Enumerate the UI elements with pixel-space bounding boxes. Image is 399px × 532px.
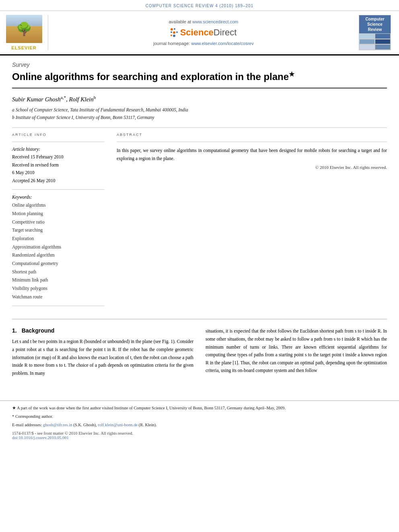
dot1: [171, 28, 173, 31]
footnote-star: ★ A part of the work was done when the f…: [12, 405, 387, 412]
keywords-divider: [12, 306, 105, 306]
elsevier-label: ELSEVIER: [11, 45, 36, 50]
abstract-top-divider: [117, 142, 387, 142]
affiliation-divider: [12, 127, 387, 128]
keyword-item: Randomized algorithm: [12, 251, 105, 259]
body-section-1: 1.Background Let s and t be two points i…: [12, 327, 387, 380]
dot7: [173, 35, 175, 37]
journal-banner: 🌳 ELSEVIER available at www.sciencedirec…: [0, 11, 399, 55]
keywords-heading: Keywords:: [12, 195, 105, 199]
keyword-item: Minimum link path: [12, 276, 105, 284]
keyword-item: Computational geometry: [12, 259, 105, 268]
author-b-super: b: [94, 95, 96, 100]
footnote-area: ★ A part of the work was done when the f…: [0, 401, 399, 448]
author-a-super: a,*: [61, 95, 66, 100]
section-divider: [12, 319, 387, 319]
img-cell-4: [375, 39, 391, 45]
keyword-item: Approximation algorithms: [12, 243, 105, 251]
article-info-label: Article Info: [12, 133, 105, 137]
body-col-right: situations, it is expected that the robo…: [206, 327, 387, 380]
keyword-item: Competitive ratio: [12, 218, 105, 226]
img-cell-6: [375, 44, 391, 50]
dot6: [171, 35, 172, 36]
elsevier-logo-image: 🌳: [6, 15, 42, 43]
received-1: Received 15 February 2010: [12, 153, 105, 161]
info-top-divider: [12, 142, 105, 142]
elsevier-logo: 🌳 ELSEVIER: [4, 15, 48, 50]
sciencedirect-link[interactable]: www.sciencedirect.com: [192, 19, 238, 24]
history-heading: Article history:: [12, 147, 105, 152]
dot4: [173, 31, 175, 34]
article-info-col: Article Info Article history: Received 1…: [12, 133, 105, 311]
affiliations: a School of Computer Science, Tata Insti…: [12, 106, 387, 121]
sd-dots-icon: [171, 28, 178, 37]
img-cell-2: [375, 33, 391, 39]
body-col-left: 1.Background Let s and t be two points i…: [12, 327, 193, 380]
homepage-text: journal homepage: www.elsevier.com/locat…: [153, 41, 253, 46]
affiliation-b: b Institute of Computer Science I, Unive…: [12, 114, 387, 121]
img-cell-1: [359, 33, 375, 39]
received-2-label: Received in revised form: [12, 161, 105, 169]
keyword-item: Online algorithms: [12, 201, 105, 210]
img-cell-3: [359, 39, 375, 45]
keyword-item: Visibility polygons: [12, 284, 105, 293]
footnote-email: E-mail addresses: ghosh@tifr.res.in (S.K…: [12, 422, 387, 429]
abstract-text: In this paper, we survey online algorith…: [117, 147, 387, 162]
journal-citation: Computer Science Review 4 (2010) 189–201: [146, 4, 253, 8]
article-history: Article history: Received 15 February 20…: [12, 147, 105, 185]
body-text-left: Let s and t be two points in a region R …: [12, 338, 193, 377]
doi-link[interactable]: doi:10.1016/j.cosrev.2010.05.001: [12, 435, 69, 440]
keywords-list: Online algorithmsMotion planningCompetit…: [12, 201, 105, 301]
abstract-copyright: © 2010 Elsevier Inc. All rights reserved…: [117, 165, 387, 170]
body-para-right: situations, it is expected that the robo…: [206, 327, 387, 374]
journal-header-bar: Computer Science Review 4 (2010) 189–201: [0, 0, 399, 11]
article-info-abstract: Article Info Article history: Received 1…: [12, 133, 387, 311]
article-type-label: Survey: [12, 62, 387, 68]
email2-link[interactable]: rolf.klein@uni-bonn.de: [98, 423, 138, 427]
authors-line: Subir Kumar Ghosha,*, Rolf Kleinb: [12, 95, 387, 103]
sciencedirect-name: ScienceDirect: [180, 27, 237, 38]
footnote-issn: 1574-0137/$ - see front matter © 2010 El…: [12, 431, 387, 440]
journal-name-box: Computer Science Review: [359, 15, 391, 33]
homepage-link[interactable]: www.elsevier.com/locate/cosrev: [191, 41, 253, 46]
img-cell-5: [359, 44, 375, 50]
section-number: 1.: [12, 327, 17, 334]
keyword-item: Shortest path: [12, 268, 105, 276]
title-star: ★: [289, 71, 294, 78]
history-divider: [12, 189, 105, 190]
keyword-item: Motion planning: [12, 210, 105, 218]
available-text: available at www.sciencedirect.com: [169, 19, 238, 24]
footnote-doi: doi:10.1016/j.cosrev.2010.05.001: [12, 435, 387, 440]
section-1-heading: 1.Background: [12, 327, 193, 334]
article-title: Online algorithms for searching and expl…: [12, 70, 387, 83]
body-para-left: Let s and t be two points in a region R …: [12, 338, 193, 377]
body-text-right: situations, it is expected that the robo…: [206, 327, 387, 374]
title-divider: [12, 88, 387, 88]
journal-logo-right: Computer Science Review: [359, 15, 391, 50]
footnote-text: ★ A part of the work was done when the f…: [12, 405, 387, 428]
sciencedirect-center: available at www.sciencedirect.com: [52, 15, 355, 50]
section-title: Background: [22, 327, 55, 334]
email1-link[interactable]: ghosh@tifr.res.in: [43, 423, 72, 427]
tree-icon: 🌳: [16, 23, 32, 35]
abstract-label: Abstract: [117, 133, 387, 137]
keyword-item: Watchman route: [12, 293, 105, 301]
keyword-item: Exploration: [12, 234, 105, 243]
article-content: Survey Online algorithms for searching a…: [0, 55, 399, 388]
keyword-item: Target searching: [12, 226, 105, 234]
sciencedirect-logo: ScienceDirect: [171, 27, 237, 38]
dot2: [174, 28, 175, 30]
abstract-col: Abstract In this paper, we survey online…: [117, 133, 387, 311]
dot5: [176, 31, 178, 33]
journal-decorative-images: [359, 33, 391, 50]
affiliation-a: a School of Computer Science, Tata Insti…: [12, 106, 387, 113]
accepted-date: Accepted 26 May 2010: [12, 177, 105, 185]
dot3: [171, 31, 172, 33]
keywords-section: Keywords: Online algorithmsMotion planni…: [12, 195, 105, 301]
footnote-corresponding: * Corresponding author.: [12, 413, 387, 420]
received-2-date: 6 May 2010: [12, 169, 105, 177]
